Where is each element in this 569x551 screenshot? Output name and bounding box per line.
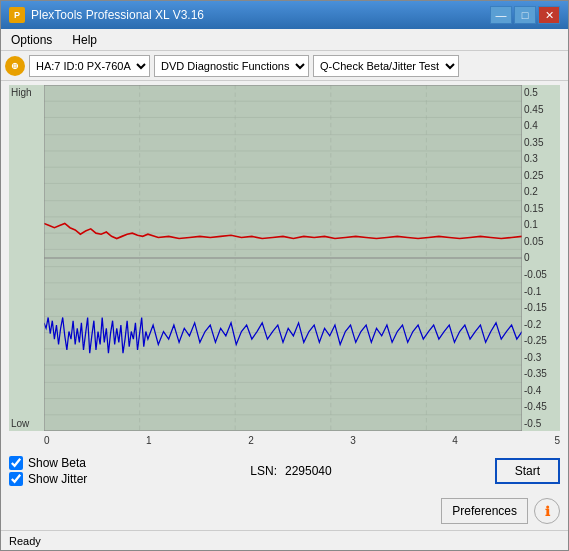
x-label-5: 5 [554, 435, 560, 450]
y-right-0: 0 [524, 252, 530, 263]
y-right-neg0.4: -0.4 [524, 385, 541, 396]
main-window: P PlexTools Professional XL V3.16 — □ ✕ … [0, 0, 569, 551]
close-button[interactable]: ✕ [538, 6, 560, 24]
info-icon: ℹ [545, 504, 550, 519]
y-right-neg0.1: -0.1 [524, 286, 541, 297]
bottom-right-buttons: Preferences ℹ [441, 498, 560, 524]
y-right-0.35: 0.35 [524, 137, 543, 148]
status-text: Ready [9, 535, 41, 547]
preferences-button[interactable]: Preferences [441, 498, 528, 524]
drive-select[interactable]: HA:7 ID:0 PX-760A [29, 55, 150, 77]
title-bar-left: P PlexTools Professional XL V3.16 [9, 7, 204, 23]
x-label-3: 3 [350, 435, 356, 450]
y-right-0.5: 0.5 [524, 87, 538, 98]
show-beta-label: Show Beta [28, 456, 86, 470]
toolbar: ⊕ HA:7 ID:0 PX-760A DVD Diagnostic Funct… [1, 51, 568, 81]
x-label-1: 1 [146, 435, 152, 450]
y-right-neg0.2: -0.2 [524, 319, 541, 330]
lsn-value: 2295040 [285, 464, 332, 478]
title-bar: P PlexTools Professional XL V3.16 — □ ✕ [1, 1, 568, 29]
checkboxes: Show Beta Show Jitter [9, 456, 87, 486]
show-jitter-row: Show Jitter [9, 472, 87, 486]
x-axis: 0 1 2 3 4 5 [5, 435, 564, 450]
app-icon: P [9, 7, 25, 23]
show-beta-row: Show Beta [9, 456, 87, 470]
y-right-neg0.35: -0.35 [524, 368, 547, 379]
lsn-area: LSN: 2295040 [250, 464, 331, 478]
bottom-controls: Show Beta Show Jitter LSN: 2295040 Start… [1, 450, 568, 530]
y-right-neg0.3: -0.3 [524, 352, 541, 363]
window-title: PlexTools Professional XL V3.16 [31, 8, 204, 22]
test-select[interactable]: Q-Check Beta/Jitter Test [313, 55, 459, 77]
status-bar: Ready [1, 530, 568, 550]
y-right-0.2: 0.2 [524, 186, 538, 197]
y-left-top: High [11, 87, 42, 98]
y-right-neg0.25: -0.25 [524, 335, 547, 346]
menu-options[interactable]: Options [5, 31, 58, 49]
x-label-4: 4 [452, 435, 458, 450]
chart-wrapper: High Low [5, 81, 564, 450]
y-right-0.05: 0.05 [524, 236, 543, 247]
minimize-button[interactable]: — [490, 6, 512, 24]
x-label-2: 2 [248, 435, 254, 450]
y-right-0.15: 0.15 [524, 203, 543, 214]
menu-help[interactable]: Help [66, 31, 103, 49]
y-left-bottom: Low [11, 418, 42, 429]
y-right-neg0.05: -0.05 [524, 269, 547, 280]
y-right-neg0.45: -0.45 [524, 401, 547, 412]
y-axis-left: High Low [9, 85, 44, 431]
y-right-0.3: 0.3 [524, 153, 538, 164]
show-jitter-label: Show Jitter [28, 472, 87, 486]
title-controls: — □ ✕ [490, 6, 560, 24]
chart-area: High Low [9, 85, 560, 431]
bottom-row1: Show Beta Show Jitter LSN: 2295040 Start [9, 456, 560, 486]
chart-svg [44, 85, 522, 431]
info-button[interactable]: ℹ [534, 498, 560, 524]
y-right-0.4: 0.4 [524, 120, 538, 131]
y-right-0.1: 0.1 [524, 219, 538, 230]
show-beta-checkbox[interactable] [9, 456, 23, 470]
start-button[interactable]: Start [495, 458, 560, 484]
x-label-0: 0 [44, 435, 50, 450]
y-right-0.25: 0.25 [524, 170, 543, 181]
show-jitter-checkbox[interactable] [9, 472, 23, 486]
y-axis-right: 0.5 0.45 0.4 0.35 0.3 0.25 0.2 0.15 0.1 … [522, 85, 560, 431]
y-right-neg0.5: -0.5 [524, 418, 541, 429]
y-right-neg0.15: -0.15 [524, 302, 547, 313]
drive-icon: ⊕ [5, 56, 25, 76]
menu-bar: Options Help [1, 29, 568, 51]
chart-plot [44, 85, 522, 431]
function-select[interactable]: DVD Diagnostic Functions [154, 55, 309, 77]
lsn-label: LSN: [250, 464, 277, 478]
maximize-button[interactable]: □ [514, 6, 536, 24]
bottom-row2: Preferences ℹ [9, 498, 560, 524]
y-right-0.45: 0.45 [524, 104, 543, 115]
